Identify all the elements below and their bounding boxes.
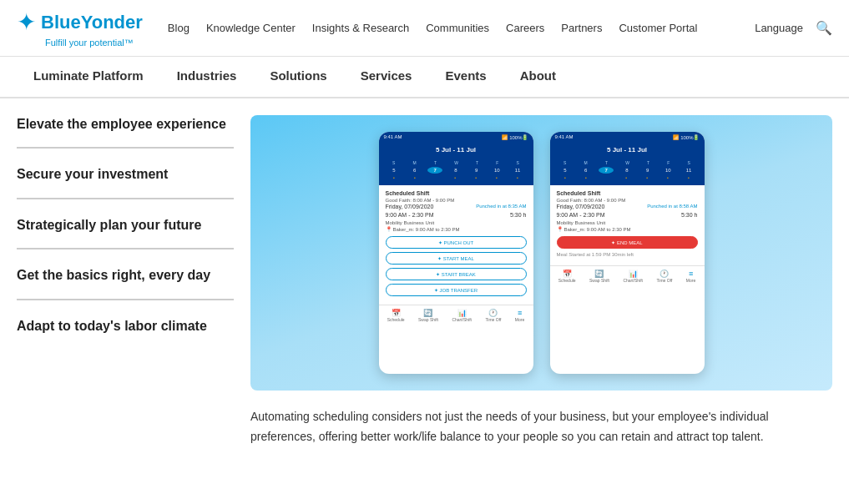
phone-2-nav-timeoff[interactable]: 🕐 Time Off xyxy=(656,270,672,283)
phone-2-good-faith: Good Faith: 8:00 AM - 9:00 PM xyxy=(557,198,698,203)
phone-mockup-container: 9:41 AM📶 100%🔋 5 Jul - 11 Jul SMTWTFS 5 … xyxy=(250,115,832,391)
phone-1-unit: Mobility Business Unit xyxy=(386,220,527,225)
phone-2-body: Scheduled Shift Good Faith: 8:00 AM - 9:… xyxy=(550,185,705,265)
left-sidebar: Elevate the employee experience Secure y… xyxy=(17,115,250,457)
swap-icon-2: 🔄 xyxy=(589,270,609,278)
phone-2-status-bar: 9:41 AM📶 100%🔋 xyxy=(550,132,705,143)
phone-1-time-row: Friday, 07/09/2020 Punched in at 8:35 AM xyxy=(386,204,527,209)
logo-blue: Blue xyxy=(41,12,81,33)
logo-text: BlueYonder xyxy=(41,12,143,33)
phone-1-start-meal-btn[interactable]: ✦ START MEAL xyxy=(386,252,527,265)
logo-tagline: Fulfill your potential™ xyxy=(45,38,143,48)
nav-events[interactable]: Events xyxy=(428,57,503,97)
phone-1-hours: 9:00 AM - 2:30 PM 5:30 h xyxy=(386,212,527,218)
nav-luminate-platform[interactable]: Luminate Platform xyxy=(17,57,160,97)
phone-2-location: 📍 Baker_m: 9:00 AM to 2:30 PM xyxy=(557,226,698,232)
sidebar-item-4[interactable]: Adapt to today's labor climate xyxy=(17,317,234,349)
top-navigation: ✦ BlueYonder Fulfill your potential™ Blo… xyxy=(0,0,849,57)
communities-link[interactable]: Communities xyxy=(426,22,489,34)
nav-industries[interactable]: Industries xyxy=(160,57,254,97)
nav-solutions[interactable]: Solutions xyxy=(253,57,343,97)
logo-area: ✦ BlueYonder Fulfill your potential™ xyxy=(17,8,143,48)
phone-2: 9:41 AM📶 100%🔋 5 Jul - 11 Jul SMTWTFS 5 … xyxy=(550,132,705,374)
phone-1-job-transfer-btn[interactable]: ✦ JOB TRANSFER xyxy=(386,284,527,296)
phone-2-calendar: SMTWTFS 5 6 7 8 9 10 11 •••••• xyxy=(550,157,705,185)
phone-2-nav-schedule[interactable]: 📅 Schedule xyxy=(558,270,576,283)
phone-1-date-header: 5 Jul - 11 Jul xyxy=(379,143,533,157)
phone-2-end-meal-btn[interactable]: ✦ END MEAL xyxy=(557,236,698,249)
insights-link[interactable]: Insights & Research xyxy=(312,22,409,34)
main-navigation: Luminate Platform Industries Solutions S… xyxy=(0,57,849,98)
phone-1: 9:41 AM📶 100%🔋 5 Jul - 11 Jul SMTWTFS 5 … xyxy=(379,132,533,374)
phone-1-start-break-btn[interactable]: ✦ START BREAK xyxy=(386,268,527,280)
phone-1-location: 📍 Baker_m: 9:00 AM to 2:30 PM xyxy=(386,226,527,232)
phone-1-good-faith: Good Faith: 8:00 AM - 9:00 PM xyxy=(386,198,527,203)
top-nav-links: Blog Knowledge Center Insights & Researc… xyxy=(168,22,755,34)
phone-2-shift-title: Scheduled Shift xyxy=(557,190,698,196)
more-icon: ≡ xyxy=(515,309,524,317)
phone-2-nav-chart[interactable]: 📊 Chart/Shift xyxy=(623,270,643,283)
sidebar-item-1[interactable]: Secure your investment xyxy=(17,165,234,199)
knowledge-center-link[interactable]: Knowledge Center xyxy=(206,22,296,34)
logo-dark: Yonder xyxy=(81,12,143,33)
top-nav-right: Language 🔍 xyxy=(755,20,832,36)
content-area: Elevate the employee experience Secure y… xyxy=(0,98,849,474)
sidebar-item-3[interactable]: Get the basics right, every day xyxy=(17,266,234,300)
customer-portal-link[interactable]: Customer Portal xyxy=(619,22,697,34)
phone-1-nav-schedule[interactable]: 📅 Schedule xyxy=(387,309,405,322)
schedule-icon-2: 📅 xyxy=(558,270,576,278)
phone-2-nav-swap[interactable]: 🔄 Swap Shift xyxy=(589,270,609,283)
partners-link[interactable]: Partners xyxy=(561,22,602,34)
description-text: Automating scheduling considers not just… xyxy=(250,407,793,447)
phone-1-nav-timeoff[interactable]: 🕐 Time Off xyxy=(485,309,501,322)
careers-link[interactable]: Careers xyxy=(506,22,544,34)
main-content: 9:41 AM📶 100%🔋 5 Jul - 11 Jul SMTWTFS 5 … xyxy=(250,115,832,457)
phone-2-time-row: Friday, 07/09/2020 Punched in at 8:58 AM xyxy=(557,204,698,209)
phone-2-unit: Mobility Business Unit xyxy=(557,220,698,225)
nav-about[interactable]: About xyxy=(503,57,573,97)
swap-icon: 🔄 xyxy=(418,309,438,317)
search-icon[interactable]: 🔍 xyxy=(816,20,832,36)
phone-1-nav-more[interactable]: ≡ More xyxy=(515,309,524,322)
phone-1-shift-title: Scheduled Shift xyxy=(386,190,527,196)
more-icon-2: ≡ xyxy=(686,270,695,278)
phone-2-meal-note: Meal Started at 1:59 PM 30min left xyxy=(557,252,698,257)
phone-1-punch-out-btn[interactable]: ✦ PUNCH OUT xyxy=(386,236,527,249)
phone-2-nav-more[interactable]: ≡ More xyxy=(686,270,695,283)
sidebar-item-0[interactable]: Elevate the employee experience xyxy=(17,115,234,149)
sidebar-item-2[interactable]: Strategically plan your future xyxy=(17,216,234,249)
timeoff-icon: 🕐 xyxy=(485,309,501,317)
nav-services[interactable]: Services xyxy=(344,57,429,97)
phone-2-hours: 9:00 AM - 2:30 PM 5:30 h xyxy=(557,212,698,218)
phone-1-status-bar: 9:41 AM📶 100%🔋 xyxy=(379,132,533,143)
language-selector[interactable]: Language xyxy=(755,22,803,34)
schedule-icon: 📅 xyxy=(387,309,405,317)
timeoff-icon-2: 🕐 xyxy=(656,270,672,278)
phone-1-body: Scheduled Shift Good Faith: 8:00 AM - 9:… xyxy=(379,185,533,305)
chart-icon-2: 📊 xyxy=(623,270,643,278)
phone-2-bottom-nav: 📅 Schedule 🔄 Swap Shift 📊 Chart/Shift 🕐 … xyxy=(550,265,705,286)
blog-link[interactable]: Blog xyxy=(168,22,190,34)
logo-icon: ✦ xyxy=(17,8,36,36)
phone-1-bottom-nav: 📅 Schedule 🔄 Swap Shift 📊 Chart/Shift 🕐 … xyxy=(379,305,533,325)
phone-1-calendar: SMTWTFS 5 6 7 8 9 10 11 •••••• xyxy=(379,157,533,185)
phone-1-nav-chart[interactable]: 📊 Chart/Shift xyxy=(452,309,472,322)
chart-icon: 📊 xyxy=(452,309,472,317)
phone-1-nav-swap[interactable]: 🔄 Swap Shift xyxy=(418,309,438,322)
phone-2-date-header: 5 Jul - 11 Jul xyxy=(550,143,705,157)
